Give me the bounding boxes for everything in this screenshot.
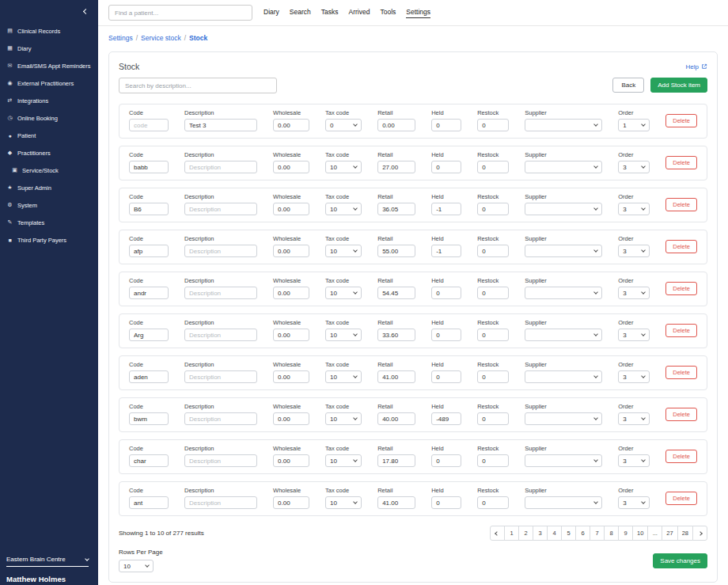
page-button-7[interactable]: 7 bbox=[590, 526, 605, 541]
sidebar-item-diary[interactable]: ▦Diary bbox=[0, 40, 98, 57]
wholesale-input[interactable] bbox=[273, 412, 309, 425]
help-link[interactable]: Help bbox=[686, 63, 707, 70]
code-input[interactable] bbox=[129, 454, 169, 467]
restock-input[interactable] bbox=[477, 496, 509, 509]
held-input[interactable] bbox=[431, 370, 461, 383]
tax-code-select[interactable]: 10 bbox=[325, 245, 362, 257]
page-button-9[interactable]: 9 bbox=[618, 526, 633, 541]
retail-input[interactable] bbox=[377, 496, 415, 509]
supplier-select[interactable] bbox=[525, 370, 602, 383]
wholesale-input[interactable] bbox=[273, 287, 309, 299]
supplier-select[interactable] bbox=[525, 119, 602, 131]
restock-input[interactable] bbox=[477, 245, 509, 257]
order-select[interactable]: 3 bbox=[618, 412, 650, 425]
description-input[interactable] bbox=[184, 119, 257, 131]
held-input[interactable] bbox=[431, 496, 461, 509]
wholesale-input[interactable] bbox=[273, 245, 309, 257]
description-input[interactable] bbox=[184, 454, 257, 467]
tax-code-select[interactable]: 10 bbox=[325, 370, 362, 383]
sidebar-item-online-booking[interactable]: ◷Online Booking bbox=[0, 109, 98, 127]
sidebar-item-clinical-records[interactable]: ▤Clinical Records bbox=[0, 22, 98, 40]
next-page-button[interactable] bbox=[692, 526, 707, 541]
delete-button[interactable]: Delete bbox=[665, 324, 697, 337]
save-changes-button[interactable]: Save changes bbox=[653, 553, 707, 568]
order-select[interactable]: 3 bbox=[618, 203, 650, 215]
wholesale-input[interactable] bbox=[273, 329, 309, 341]
restock-input[interactable] bbox=[477, 203, 509, 215]
sidebar-item-service-stock[interactable]: ▣Service/Stock bbox=[0, 161, 98, 179]
supplier-select[interactable] bbox=[525, 329, 602, 341]
delete-button[interactable]: Delete bbox=[665, 156, 697, 169]
code-input[interactable] bbox=[129, 203, 169, 215]
restock-input[interactable] bbox=[477, 161, 509, 173]
description-input[interactable] bbox=[184, 329, 257, 341]
delete-button[interactable]: Delete bbox=[665, 366, 697, 379]
held-input[interactable] bbox=[431, 454, 461, 467]
code-input[interactable] bbox=[129, 496, 169, 509]
tax-code-select[interactable]: 10 bbox=[325, 454, 362, 467]
back-button[interactable]: Back bbox=[612, 78, 644, 93]
code-input[interactable] bbox=[129, 245, 169, 257]
page-button-8[interactable]: 8 bbox=[604, 526, 619, 541]
retail-input[interactable] bbox=[377, 287, 415, 299]
page-button-4[interactable]: 4 bbox=[547, 526, 562, 541]
order-select[interactable]: 3 bbox=[618, 454, 650, 467]
page-button-5[interactable]: 5 bbox=[561, 526, 576, 541]
page-button-2[interactable]: 2 bbox=[518, 526, 533, 541]
order-select[interactable]: 3 bbox=[618, 287, 650, 299]
wholesale-input[interactable] bbox=[273, 119, 309, 131]
wholesale-input[interactable] bbox=[273, 454, 309, 467]
description-input[interactable] bbox=[184, 370, 257, 383]
held-input[interactable] bbox=[431, 203, 461, 215]
wholesale-input[interactable] bbox=[273, 496, 309, 509]
order-select[interactable]: 1 bbox=[618, 119, 650, 131]
tax-code-select[interactable]: 0 bbox=[325, 119, 362, 131]
order-select[interactable]: 3 bbox=[618, 496, 650, 509]
restock-input[interactable] bbox=[477, 454, 509, 467]
retail-input[interactable] bbox=[377, 412, 415, 425]
delete-button[interactable]: Delete bbox=[665, 240, 697, 253]
order-select[interactable]: 3 bbox=[618, 329, 650, 341]
tax-code-select[interactable]: 10 bbox=[325, 161, 362, 173]
add-stock-item-button[interactable]: Add Stock item bbox=[650, 78, 707, 93]
code-input[interactable] bbox=[129, 329, 169, 341]
restock-input[interactable] bbox=[477, 119, 509, 131]
clinic-selector[interactable]: Eastern Brain Centre bbox=[6, 556, 89, 567]
nav-diary[interactable]: Diary bbox=[264, 8, 279, 18]
page-button-27[interactable]: 27 bbox=[662, 526, 677, 541]
wholesale-input[interactable] bbox=[273, 203, 309, 215]
tax-code-select[interactable]: 10 bbox=[325, 496, 362, 509]
code-input[interactable] bbox=[129, 161, 169, 173]
supplier-select[interactable] bbox=[525, 161, 602, 173]
retail-input[interactable] bbox=[377, 161, 415, 173]
tax-code-select[interactable]: 10 bbox=[325, 203, 362, 215]
restock-input[interactable] bbox=[477, 412, 509, 425]
sidebar-collapse-button[interactable] bbox=[0, 0, 98, 22]
order-select[interactable]: 3 bbox=[618, 161, 650, 173]
sidebar-item-third-party-payers[interactable]: ■Third Party Payers bbox=[0, 231, 98, 249]
delete-button[interactable]: Delete bbox=[665, 282, 697, 295]
held-input[interactable] bbox=[431, 412, 461, 425]
restock-input[interactable] bbox=[477, 370, 509, 383]
tax-code-select[interactable]: 10 bbox=[325, 412, 362, 425]
prev-page-button[interactable] bbox=[490, 526, 505, 541]
sidebar-item-email-sms-appt-reminders[interactable]: ✉Email/SMS Appt Reminders bbox=[0, 57, 98, 74]
stock-search-input[interactable] bbox=[119, 78, 277, 93]
wholesale-input[interactable] bbox=[273, 370, 309, 383]
nav-tasks[interactable]: Tasks bbox=[321, 8, 339, 18]
retail-input[interactable] bbox=[377, 329, 415, 341]
retail-input[interactable] bbox=[377, 119, 415, 131]
supplier-select[interactable] bbox=[525, 412, 602, 425]
order-select[interactable]: 3 bbox=[618, 370, 650, 383]
page-button-3[interactable]: 3 bbox=[533, 526, 548, 541]
breadcrumb-service-stock[interactable]: Service stock bbox=[141, 34, 181, 42]
breadcrumb-settings[interactable]: Settings bbox=[108, 34, 133, 42]
sidebar-item-integrations[interactable]: ⇄Integrations bbox=[0, 92, 98, 109]
page-button-6[interactable]: 6 bbox=[575, 526, 590, 541]
delete-button[interactable]: Delete bbox=[665, 450, 697, 463]
sidebar-item-external-practitioners[interactable]: ◉External Practitioners bbox=[0, 74, 98, 92]
delete-button[interactable]: Delete bbox=[665, 114, 697, 127]
description-input[interactable] bbox=[184, 161, 257, 173]
description-input[interactable] bbox=[184, 412, 257, 425]
supplier-select[interactable] bbox=[525, 245, 602, 257]
